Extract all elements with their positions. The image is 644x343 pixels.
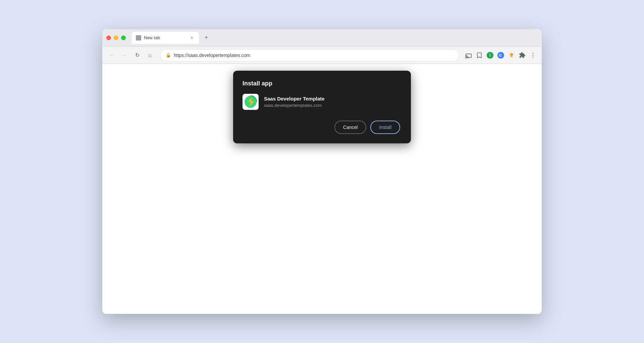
toolbar: ← → ↻ ⌂ 🔒 https://saas.developertemplate… — [102, 47, 542, 64]
menu-icon — [530, 52, 536, 59]
tab-close-button[interactable]: × — [189, 35, 195, 41]
svg-rect-6 — [511, 56, 513, 57]
translate-icon: G — [497, 52, 504, 59]
back-button[interactable]: ← — [106, 50, 117, 61]
svg-point-1 — [465, 58, 466, 59]
app-name: Saas Developer Template — [264, 96, 325, 101]
menu-button[interactable] — [528, 51, 538, 60]
cast-button[interactable] — [464, 51, 473, 60]
install-dialog: Install app Saas Developer Temp — [233, 71, 411, 143]
home-button[interactable]: ⌂ — [145, 50, 155, 61]
home-icon: ⌂ — [148, 52, 152, 58]
dialog-actions: Cancel Install — [243, 121, 400, 134]
forward-button[interactable]: → — [119, 50, 130, 61]
lightning-icon — [486, 52, 494, 59]
address-text: https://saas.developertemplates.com — [174, 53, 453, 58]
address-bar[interactable]: 🔒 https://saas.developertemplates.com — [160, 49, 459, 61]
bulb-extension-button[interactable] — [507, 51, 516, 60]
bookmark-button[interactable] — [475, 51, 484, 60]
lock-icon: 🔒 — [166, 53, 171, 58]
page-content: Install app Saas Developer Temp — [102, 64, 542, 314]
app-info: Saas Developer Template saas.developerte… — [243, 94, 400, 110]
app-details: Saas Developer Template saas.developerte… — [264, 96, 325, 108]
forward-icon: → — [122, 52, 127, 58]
cast-icon — [465, 52, 472, 59]
install-button[interactable]: Install — [370, 121, 400, 134]
extensions-button[interactable] — [518, 51, 527, 60]
lightning-extension-button[interactable] — [485, 51, 495, 60]
title-bar: New tab × + — [102, 29, 542, 47]
minimize-traffic-light[interactable] — [114, 36, 118, 40]
translate-extension-button[interactable]: G — [496, 51, 505, 60]
traffic-lights — [106, 36, 126, 40]
reload-button[interactable]: ↻ — [132, 50, 143, 61]
bookmark-icon — [476, 52, 483, 59]
toolbar-right: G — [464, 51, 538, 60]
svg-point-9 — [533, 57, 534, 58]
app-logo-icon — [243, 94, 258, 109]
new-tab-button[interactable]: + — [202, 33, 211, 43]
svg-point-8 — [533, 55, 534, 56]
close-traffic-light[interactable] — [106, 36, 111, 40]
reload-icon: ↻ — [135, 52, 140, 58]
cancel-button[interactable]: Cancel — [334, 121, 367, 134]
back-icon: ← — [109, 52, 114, 58]
svg-point-2 — [487, 52, 493, 58]
active-tab[interactable]: New tab × — [132, 32, 199, 44]
maximize-traffic-light[interactable] — [121, 36, 126, 40]
tab-title: New tab — [144, 35, 186, 40]
puzzle-icon — [519, 52, 526, 59]
dialog-title: Install app — [243, 80, 400, 87]
svg-text:G: G — [499, 53, 502, 57]
app-url: saas.developertemplates.com — [264, 103, 325, 108]
svg-point-7 — [533, 53, 534, 54]
tab-favicon — [136, 35, 141, 41]
browser-window: New tab × + ← → ↻ ⌂ 🔒 https://saas.devel… — [102, 29, 542, 314]
bulb-icon — [508, 52, 515, 59]
app-icon — [243, 94, 259, 110]
